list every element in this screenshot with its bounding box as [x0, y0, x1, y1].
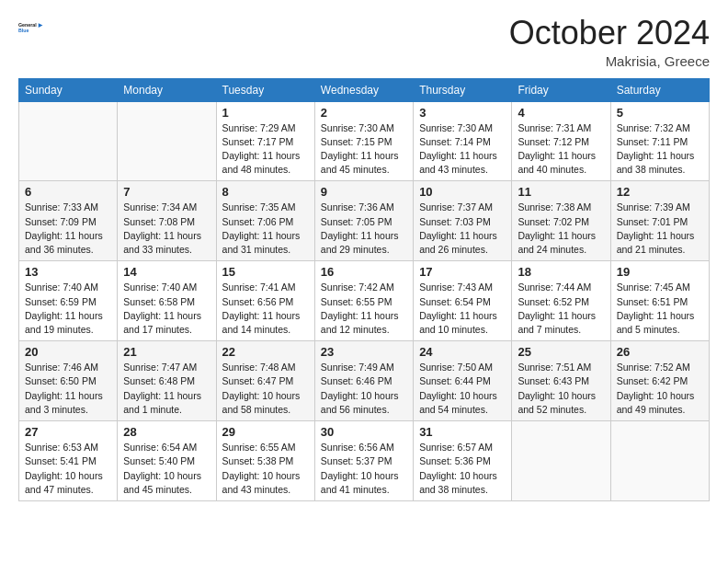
cell-info: Sunrise: 6:54 AMSunset: 5:40 PMDaylight:…	[123, 441, 210, 497]
cell-info: Sunrise: 6:57 AMSunset: 5:36 PMDaylight:…	[419, 441, 506, 497]
col-sunday: Sunday	[19, 78, 118, 101]
calendar-cell: 16Sunrise: 7:42 AMSunset: 6:55 PMDayligh…	[314, 261, 413, 341]
title-block: October 2024 Makrisia, Greece	[509, 15, 710, 69]
header: GeneralBlue October 2024 Makrisia, Greec…	[18, 15, 710, 69]
day-number: 2	[321, 106, 407, 120]
header-row: Sunday Monday Tuesday Wednesday Thursday…	[19, 78, 710, 101]
day-number: 25	[518, 345, 604, 359]
day-number: 27	[25, 425, 111, 439]
day-number: 30	[321, 425, 407, 439]
day-number: 3	[419, 106, 506, 120]
col-saturday: Saturday	[610, 78, 709, 101]
calendar-cell: 19Sunrise: 7:45 AMSunset: 6:51 PMDayligh…	[610, 261, 709, 341]
day-number: 11	[518, 185, 604, 199]
calendar-cell: 3Sunrise: 7:30 AMSunset: 7:14 PMDaylight…	[414, 101, 512, 181]
month-title: October 2024	[509, 15, 710, 52]
cell-info: Sunrise: 7:34 AMSunset: 7:08 PMDaylight:…	[123, 201, 210, 257]
cell-info: Sunrise: 7:36 AMSunset: 7:05 PMDaylight:…	[321, 201, 407, 257]
cell-info: Sunrise: 7:40 AMSunset: 6:58 PMDaylight:…	[123, 281, 210, 337]
calendar-cell: 14Sunrise: 7:40 AMSunset: 6:58 PMDayligh…	[118, 261, 216, 341]
calendar-cell: 22Sunrise: 7:48 AMSunset: 6:47 PMDayligh…	[216, 341, 314, 421]
day-number: 26	[617, 345, 703, 359]
svg-marker-2	[39, 23, 43, 28]
calendar-cell: 27Sunrise: 6:53 AMSunset: 5:41 PMDayligh…	[19, 421, 118, 501]
cell-info: Sunrise: 7:33 AMSunset: 7:09 PMDaylight:…	[25, 201, 111, 257]
cell-info: Sunrise: 7:29 AMSunset: 7:17 PMDaylight:…	[222, 121, 309, 178]
cell-info: Sunrise: 7:49 AMSunset: 6:46 PMDaylight:…	[321, 361, 407, 417]
col-monday: Monday	[118, 78, 216, 101]
day-number: 9	[321, 185, 407, 199]
cell-info: Sunrise: 7:52 AMSunset: 6:42 PMDaylight:…	[617, 361, 703, 417]
cell-info: Sunrise: 7:41 AMSunset: 6:56 PMDaylight:…	[222, 281, 309, 337]
day-number: 13	[25, 265, 111, 279]
calendar-cell: 15Sunrise: 7:41 AMSunset: 6:56 PMDayligh…	[216, 261, 314, 341]
calendar-cell	[19, 101, 118, 181]
day-number: 7	[123, 185, 210, 199]
calendar-cell: 7Sunrise: 7:34 AMSunset: 7:08 PMDaylight…	[118, 181, 216, 261]
day-number: 12	[617, 185, 703, 199]
day-number: 8	[222, 185, 309, 199]
cell-info: Sunrise: 7:39 AMSunset: 7:01 PMDaylight:…	[617, 201, 703, 257]
calendar-table: Sunday Monday Tuesday Wednesday Thursday…	[18, 78, 710, 501]
page: GeneralBlue October 2024 Makrisia, Greec…	[0, 0, 728, 563]
cell-info: Sunrise: 6:53 AMSunset: 5:41 PMDaylight:…	[25, 441, 111, 497]
cell-info: Sunrise: 7:38 AMSunset: 7:02 PMDaylight:…	[518, 201, 604, 257]
calendar-cell: 11Sunrise: 7:38 AMSunset: 7:02 PMDayligh…	[512, 181, 610, 261]
calendar-cell: 17Sunrise: 7:43 AMSunset: 6:54 PMDayligh…	[414, 261, 512, 341]
cell-info: Sunrise: 7:35 AMSunset: 7:06 PMDaylight:…	[222, 201, 309, 257]
day-number: 19	[617, 265, 703, 279]
cell-info: Sunrise: 7:46 AMSunset: 6:50 PMDaylight:…	[25, 361, 111, 417]
day-number: 6	[25, 185, 111, 199]
day-number: 15	[222, 265, 309, 279]
cell-info: Sunrise: 6:56 AMSunset: 5:37 PMDaylight:…	[321, 441, 407, 497]
calendar-cell: 6Sunrise: 7:33 AMSunset: 7:09 PMDaylight…	[19, 181, 118, 261]
location: Makrisia, Greece	[509, 53, 710, 69]
day-number: 22	[222, 345, 309, 359]
day-number: 14	[123, 265, 210, 279]
day-number: 4	[518, 106, 604, 120]
calendar-cell	[512, 421, 610, 501]
day-number: 5	[617, 106, 703, 120]
cell-info: Sunrise: 7:50 AMSunset: 6:44 PMDaylight:…	[419, 361, 506, 417]
day-number: 23	[321, 345, 407, 359]
calendar-cell: 26Sunrise: 7:52 AMSunset: 6:42 PMDayligh…	[610, 341, 709, 421]
cell-info: Sunrise: 7:40 AMSunset: 6:59 PMDaylight:…	[25, 281, 111, 337]
cell-info: Sunrise: 7:48 AMSunset: 6:47 PMDaylight:…	[222, 361, 309, 417]
calendar-cell: 5Sunrise: 7:32 AMSunset: 7:11 PMDaylight…	[610, 101, 709, 181]
col-friday: Friday	[512, 78, 610, 101]
day-number: 29	[222, 425, 309, 439]
week-row-1: 1Sunrise: 7:29 AMSunset: 7:17 PMDaylight…	[19, 101, 710, 181]
week-row-4: 20Sunrise: 7:46 AMSunset: 6:50 PMDayligh…	[19, 341, 710, 421]
calendar-cell: 8Sunrise: 7:35 AMSunset: 7:06 PMDaylight…	[216, 181, 314, 261]
calendar-cell: 4Sunrise: 7:31 AMSunset: 7:12 PMDaylight…	[512, 101, 610, 181]
cell-info: Sunrise: 7:37 AMSunset: 7:03 PMDaylight:…	[419, 201, 506, 257]
calendar-cell	[610, 421, 709, 501]
calendar-cell: 1Sunrise: 7:29 AMSunset: 7:17 PMDaylight…	[216, 101, 314, 181]
calendar-cell: 9Sunrise: 7:36 AMSunset: 7:05 PMDaylight…	[314, 181, 413, 261]
calendar-cell: 2Sunrise: 7:30 AMSunset: 7:15 PMDaylight…	[314, 101, 413, 181]
cell-info: Sunrise: 7:43 AMSunset: 6:54 PMDaylight:…	[419, 281, 506, 337]
cell-info: Sunrise: 7:47 AMSunset: 6:48 PMDaylight:…	[123, 361, 210, 417]
logo-icon: GeneralBlue	[18, 15, 44, 40]
col-wednesday: Wednesday	[314, 78, 413, 101]
cell-info: Sunrise: 7:32 AMSunset: 7:11 PMDaylight:…	[617, 121, 703, 178]
calendar-cell: 10Sunrise: 7:37 AMSunset: 7:03 PMDayligh…	[414, 181, 512, 261]
day-number: 24	[419, 345, 506, 359]
calendar-cell: 28Sunrise: 6:54 AMSunset: 5:40 PMDayligh…	[118, 421, 216, 501]
cell-info: Sunrise: 7:45 AMSunset: 6:51 PMDaylight:…	[617, 281, 703, 337]
svg-text:Blue: Blue	[18, 28, 28, 33]
cell-info: Sunrise: 6:55 AMSunset: 5:38 PMDaylight:…	[222, 441, 309, 497]
calendar-cell: 23Sunrise: 7:49 AMSunset: 6:46 PMDayligh…	[314, 341, 413, 421]
day-number: 20	[25, 345, 111, 359]
day-number: 31	[419, 425, 506, 439]
week-row-3: 13Sunrise: 7:40 AMSunset: 6:59 PMDayligh…	[19, 261, 710, 341]
day-number: 21	[123, 345, 210, 359]
day-number: 10	[419, 185, 506, 199]
logo: GeneralBlue	[18, 15, 46, 40]
calendar-cell: 25Sunrise: 7:51 AMSunset: 6:43 PMDayligh…	[512, 341, 610, 421]
calendar-cell: 24Sunrise: 7:50 AMSunset: 6:44 PMDayligh…	[414, 341, 512, 421]
cell-info: Sunrise: 7:30 AMSunset: 7:15 PMDaylight:…	[321, 121, 407, 178]
week-row-2: 6Sunrise: 7:33 AMSunset: 7:09 PMDaylight…	[19, 181, 710, 261]
cell-info: Sunrise: 7:44 AMSunset: 6:52 PMDaylight:…	[518, 281, 604, 337]
col-tuesday: Tuesday	[216, 78, 314, 101]
